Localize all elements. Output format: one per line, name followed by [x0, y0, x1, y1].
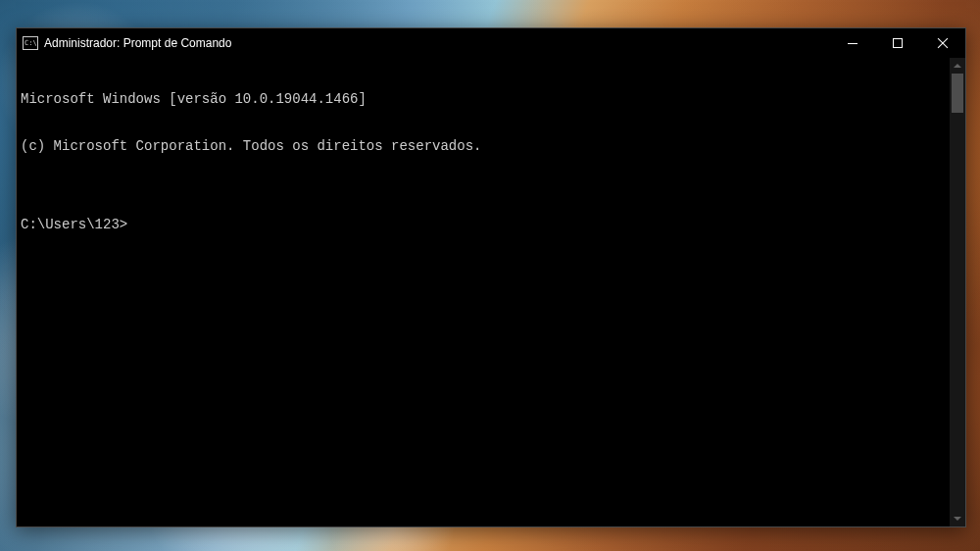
- close-button[interactable]: [920, 28, 965, 58]
- window-title: Administrador: Prompt de Comando: [44, 36, 231, 50]
- terminal-line: (c) Microsoft Corporation. Todos os dire…: [21, 138, 946, 154]
- minimize-button[interactable]: [830, 28, 875, 58]
- close-icon: [937, 37, 949, 49]
- maximize-icon: [893, 38, 903, 48]
- chevron-up-icon: [954, 64, 961, 68]
- chevron-down-icon: [954, 517, 961, 521]
- scroll-up-arrow[interactable]: [950, 58, 965, 74]
- terminal-cursor: [127, 217, 135, 230]
- terminal-content[interactable]: Microsoft Windows [versão 10.0.19044.146…: [17, 58, 950, 526]
- scroll-down-arrow[interactable]: [950, 511, 965, 526]
- scroll-thumb[interactable]: [952, 74, 963, 113]
- minimize-icon: [848, 43, 858, 44]
- window-titlebar[interactable]: C:\ Administrador: Prompt de Comando: [17, 28, 965, 58]
- scroll-track[interactable]: [950, 74, 965, 511]
- terminal-prompt: C:\Users\123>: [21, 217, 127, 232]
- terminal-line: Microsoft Windows [versão 10.0.19044.146…: [21, 91, 946, 107]
- window-controls: [830, 28, 965, 58]
- terminal-body: Microsoft Windows [versão 10.0.19044.146…: [17, 58, 965, 526]
- terminal-prompt-line: C:\Users\123>: [21, 217, 946, 232]
- maximize-button[interactable]: [875, 28, 920, 58]
- cmd-icon: C:\: [23, 36, 38, 50]
- vertical-scrollbar[interactable]: [950, 58, 965, 526]
- titlebar-left: C:\ Administrador: Prompt de Comando: [17, 36, 231, 50]
- command-prompt-window: C:\ Administrador: Prompt de Comando Mic…: [16, 27, 966, 527]
